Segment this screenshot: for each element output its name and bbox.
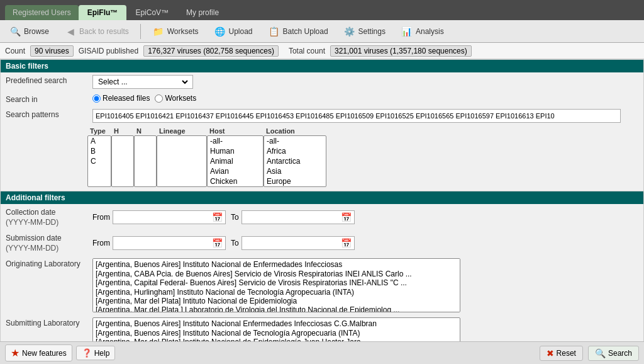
h-listbox-group: H [111, 127, 134, 187]
worksets-button[interactable]: 📁 Worksets [148, 24, 203, 39]
search-button[interactable]: 🔍 Search [588, 346, 639, 361]
worksets-radio-input[interactable] [155, 94, 163, 103]
batch-upload-icon: 📋 [268, 25, 280, 38]
search-icon: 🔍 [595, 348, 606, 358]
nav-epicov[interactable]: EpiCoV™ [126, 5, 177, 20]
host-option-avian: Avian [208, 166, 263, 176]
nav-epiflu[interactable]: EpiFlu™ [79, 5, 127, 20]
lineage-listbox[interactable] [157, 135, 207, 187]
analysis-button[interactable]: 📊 Analysis [397, 24, 448, 39]
collection-to-calendar-icon[interactable]: 📅 [341, 212, 352, 222]
predefined-search-content: Select ... [92, 75, 638, 89]
sub-lab-2: [Argentina, Buenos Aires] Instituto Naci… [96, 329, 457, 338]
worksets-label: Worksets [165, 94, 196, 103]
bottom-bar: ★ New features ❓ Help ✖ Reset 🔍 Search [0, 341, 644, 364]
search-in-label: Search in [6, 94, 87, 104]
browse-icon: 🔍 [9, 25, 21, 38]
help-button[interactable]: ❓ Help [76, 346, 116, 360]
additional-filters-header: Additional filters [1, 191, 643, 204]
star-icon: ★ [11, 347, 19, 359]
predefined-search-select[interactable]: Select ... [92, 75, 193, 89]
orig-lab-3: [Argentina, Capital Federal- Buenos Aire… [96, 278, 457, 287]
reset-label: Reset [557, 349, 576, 358]
submission-date-from-input[interactable] [116, 239, 212, 247]
submission-to-label: To [231, 239, 239, 247]
orig-lab-5: [Argentina, Mar del Plata] Intituto Naci… [96, 297, 457, 305]
collection-date-from-input[interactable] [116, 213, 212, 222]
search-patterns-label: Search patterns [6, 109, 87, 119]
host-option-animal: Animal [208, 156, 263, 166]
released-files-radio-input[interactable] [92, 94, 101, 103]
location-listbox[interactable]: -all- Africa Antarctica Asia Europe [264, 135, 326, 187]
type-listbox[interactable]: A B C [87, 135, 111, 187]
nav-registered-users[interactable]: Registered Users [5, 5, 79, 20]
collection-date-label: Collection date(YYYY-MM-DD) [6, 207, 87, 227]
orig-lab-1: [Argentina, Buenos Aires] Instituto Naci… [96, 260, 457, 269]
collection-date-from[interactable]: 📅 [113, 210, 226, 224]
submission-date-from[interactable]: 📅 [113, 236, 226, 250]
type-header: Type [87, 127, 111, 135]
listbox-row: Type A B C H N Lineage Host -all- Human … [1, 125, 643, 191]
help-circle-icon: ❓ [82, 348, 92, 358]
basic-filters-section: Basic filters Predefined search Select .… [0, 59, 644, 191]
analysis-icon: 📊 [401, 25, 413, 38]
originating-lab-row: Originating Laboratory [Argentina, Bueno… [1, 256, 643, 315]
h-listbox[interactable] [111, 135, 134, 187]
originating-lab-listbox[interactable]: [Argentina, Buenos Aires] Instituto Naci… [92, 258, 460, 312]
type-listbox-group: Type A B C [87, 127, 111, 187]
submission-date-to[interactable]: 📅 [242, 236, 355, 250]
search-patterns-row: Search patterns [1, 106, 643, 125]
top-nav: Registered Users EpiFlu™ EpiCoV™ My prof… [0, 0, 644, 20]
host-listbox[interactable]: -all- Human Animal Avian Chicken [207, 135, 264, 187]
originating-lab-label: Originating Laboratory [6, 258, 87, 268]
upload-button[interactable]: 🌐 Upload [210, 24, 257, 39]
location-header: Location [264, 127, 326, 135]
back-to-results-button[interactable]: ◀ Back to results [60, 24, 133, 39]
collection-date-to-input[interactable] [245, 213, 341, 222]
collection-date-to[interactable]: 📅 [242, 210, 355, 224]
type-option-c: C [88, 156, 111, 166]
submission-from-calendar-icon[interactable]: 📅 [212, 238, 223, 248]
reset-icon: ✖ [547, 348, 554, 358]
batch-upload-button[interactable]: 📋 Batch Upload [264, 24, 332, 39]
collection-from-calendar-icon[interactable]: 📅 [212, 212, 223, 222]
bottom-left: ★ New features ❓ Help [5, 344, 115, 361]
gisaid-value: 176,327 viruses (802,758 sequences) [143, 45, 279, 57]
search-patterns-input[interactable] [92, 109, 621, 123]
gisaid-label: GISAID published [79, 47, 138, 55]
n-header: N [134, 127, 157, 135]
count-bar: Count 90 viruses GISAID published 176,32… [0, 43, 644, 59]
collection-date-row: Collection date(YYYY-MM-DD) From 📅 To 📅 [1, 204, 643, 230]
released-files-label: Released files [103, 94, 150, 103]
location-option-antarctica: Antarctica [264, 156, 326, 166]
worksets-radio[interactable]: Worksets [155, 94, 196, 103]
bottom-right: ✖ Reset 🔍 Search [540, 346, 639, 361]
upload-icon: 🌐 [214, 25, 226, 38]
predefined-select-input[interactable]: Select ... [96, 77, 190, 87]
viruses-count: 90 viruses [30, 45, 74, 57]
submission-date-row: Submission date(YYYY-MM-DD) From 📅 To 📅 [1, 230, 643, 256]
collection-from-label: From [92, 213, 110, 222]
predefined-search-label: Predefined search [6, 75, 87, 85]
n-listbox-group: N [134, 127, 157, 187]
submission-to-calendar-icon[interactable]: 📅 [341, 238, 352, 248]
lineage-listbox-group: Lineage [157, 127, 207, 187]
reset-button[interactable]: ✖ Reset [540, 346, 583, 361]
browse-button[interactable]: 🔍 Browse [5, 24, 53, 39]
location-listbox-group: Location -all- Africa Antarctica Asia Eu… [264, 127, 326, 187]
nav-myprofile[interactable]: My profile [177, 5, 228, 20]
n-listbox[interactable] [134, 135, 157, 187]
total-label: Total count [289, 47, 325, 55]
host-option-chicken: Chicken [208, 176, 263, 186]
settings-button[interactable]: ⚙️ Settings [340, 24, 389, 39]
orig-lab-2: [Argentina, CABA Pcia. de Buenos Aires] … [96, 270, 457, 278]
new-features-button[interactable]: ★ New features [5, 344, 72, 361]
submission-date-to-input[interactable] [245, 239, 341, 247]
total-value: 321,001 viruses (1,357,180 sequences) [330, 45, 472, 57]
new-features-label: New features [22, 349, 67, 358]
collection-date-to-group: To 📅 [231, 210, 355, 224]
location-option-europe: Europe [264, 176, 326, 186]
type-option-a: A [88, 136, 111, 146]
released-files-radio[interactable]: Released files [92, 94, 150, 103]
toolbar: 🔍 Browse ◀ Back to results 📁 Worksets 🌐 … [0, 20, 644, 43]
